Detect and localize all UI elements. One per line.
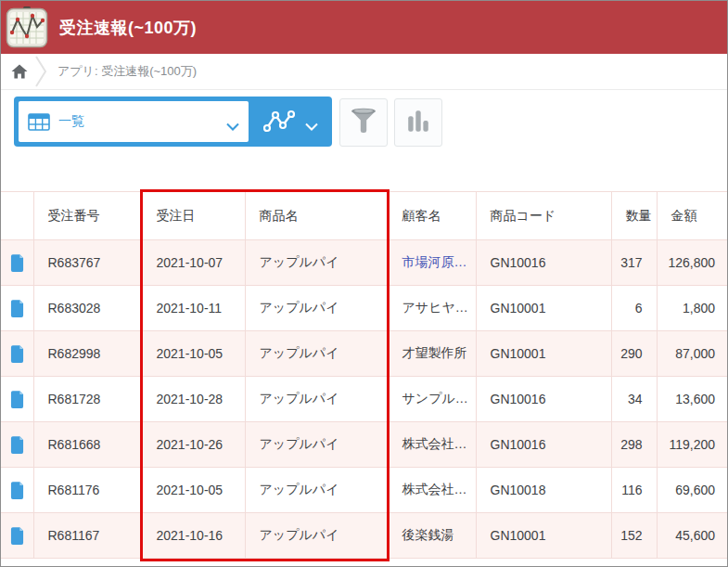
filter-button[interactable] (339, 98, 388, 147)
graph-button[interactable] (394, 98, 442, 147)
cell-product-name: アップルパイ (245, 468, 388, 513)
cell-quantity: 298 (611, 422, 657, 468)
cell-product-name: アップルパイ (245, 240, 388, 286)
home-icon[interactable] (11, 64, 28, 79)
cell-amount: 13,600 (657, 377, 728, 422)
cell-customer-name: アサヒヤ… (388, 286, 476, 331)
order-table: 受注番号 受注日 商品名 顧客名 商品コード 数量 金額 R683767 202… (1, 191, 728, 559)
cell-product-code: GN10016 (476, 240, 611, 286)
cell-order-number: R681167 (33, 513, 142, 559)
cell-order-date: 2021-10-07 (142, 240, 245, 286)
cell-order-number: R683028 (33, 286, 142, 331)
cell-quantity: 317 (611, 240, 657, 286)
view-selector-label: 一覧 (58, 113, 84, 130)
header-amount[interactable]: 金額 (657, 192, 728, 240)
cell-order-number: R681176 (33, 468, 142, 513)
app-window: 受注速報(~100万) アプリ: 受注速報(~100万) (0, 0, 728, 567)
chevron-down-icon (305, 118, 318, 126)
line-chart-icon (263, 110, 295, 134)
cell-customer-name[interactable]: 市場河原… (388, 240, 476, 286)
cell-order-number: R682998 (33, 331, 142, 377)
header-quantity[interactable]: 数量 (611, 192, 657, 240)
view-dropdown[interactable]: 一覧 (19, 101, 249, 142)
cell-product-name: アップルパイ (245, 331, 388, 377)
cell-customer-name: 才望製作所 (388, 331, 476, 377)
breadcrumb: アプリ: 受注速報(~100万) (1, 54, 727, 90)
table-row: R681668 2021-10-26 アップルパイ 株式会社… GN10016 … (1, 422, 728, 468)
cell-quantity: 152 (611, 513, 657, 559)
cell-product-name: アップルパイ (245, 286, 388, 331)
cell-product-code: GN10001 (476, 331, 611, 377)
cell-amount: 87,000 (657, 331, 728, 377)
cell-customer-name: 後楽銭湯 (388, 513, 476, 559)
cell-quantity: 116 (611, 468, 657, 513)
cell-product-code: GN10018 (476, 468, 611, 513)
table-row: R683767 2021-10-07 アップルパイ 市場河原… GN10016 … (1, 240, 728, 286)
cell-order-date: 2021-10-05 (142, 468, 245, 513)
record-detail-icon[interactable] (10, 436, 24, 454)
header-order-number[interactable]: 受注番号 (33, 192, 142, 240)
cell-order-number: R681668 (33, 422, 142, 468)
cell-product-name: アップルパイ (245, 513, 388, 559)
cell-product-code: GN10016 (476, 422, 611, 468)
header-customer-name[interactable]: 顧客名 (388, 192, 476, 240)
cell-amount: 45,600 (657, 513, 728, 559)
table-row: R681728 2021-10-28 アップルパイ サンプル… GN10016 … (1, 377, 728, 422)
bar-chart-icon (405, 108, 431, 137)
cell-order-date: 2021-10-05 (142, 331, 245, 377)
record-detail-cell (1, 422, 33, 468)
chart-switcher-button[interactable] (249, 97, 332, 147)
header-product-code[interactable]: 商品コード (476, 192, 611, 240)
cell-product-code: GN10016 (476, 377, 611, 422)
record-detail-icon[interactable] (10, 527, 24, 545)
chevron-down-icon (226, 118, 239, 126)
header-product-name[interactable]: 商品名 (245, 192, 388, 240)
record-detail-icon[interactable] (10, 254, 24, 272)
cell-customer-name: 株式会社… (388, 422, 476, 468)
record-detail-icon[interactable] (10, 482, 24, 499)
cell-product-name: アップルパイ (245, 422, 388, 468)
table-row: R682998 2021-10-05 アップルパイ 才望製作所 GN10001 … (1, 331, 728, 377)
breadcrumb-label[interactable]: アプリ: 受注速報(~100万) (57, 63, 197, 80)
record-detail-cell (1, 377, 33, 422)
cell-order-date: 2021-10-28 (142, 377, 245, 422)
cell-amount: 126,800 (657, 240, 728, 286)
chevron-right-icon (33, 55, 48, 88)
cell-product-code: GN10001 (476, 286, 611, 331)
line-chart-app-icon (6, 6, 48, 49)
record-detail-cell (1, 286, 33, 331)
page-title: 受注速報(~100万) (59, 1, 197, 54)
cell-quantity: 290 (611, 331, 657, 377)
table-header-row: 受注番号 受注日 商品名 顧客名 商品コード 数量 金額 (1, 192, 728, 240)
record-detail-cell (1, 513, 33, 559)
cell-product-code: GN10001 (476, 513, 611, 559)
cell-order-number: R681728 (33, 377, 142, 422)
cell-customer-name: サンプル… (388, 377, 476, 422)
cell-customer-name: 株式会社… (388, 468, 476, 513)
cell-order-number: R683767 (33, 240, 142, 286)
app-header: 受注速報(~100万) (1, 1, 727, 54)
cell-order-date: 2021-10-26 (142, 422, 245, 468)
table-row: R681176 2021-10-05 アップルパイ 株式会社… GN10018 … (1, 468, 728, 513)
record-detail-icon[interactable] (10, 345, 24, 363)
record-detail-icon[interactable] (10, 300, 24, 317)
record-detail-cell (1, 240, 33, 286)
record-detail-icon[interactable] (10, 391, 24, 408)
cell-order-date: 2021-10-11 (142, 286, 245, 331)
funnel-icon (349, 106, 378, 139)
cell-order-date: 2021-10-16 (142, 513, 245, 559)
cell-quantity: 6 (611, 286, 657, 331)
cell-amount: 69,600 (657, 468, 728, 513)
header-record-icon-column (1, 192, 33, 240)
table-row: R681167 2021-10-16 アップルパイ 後楽銭湯 GN10001 1… (1, 513, 728, 559)
record-detail-cell (1, 331, 33, 377)
view-selector: 一覧 (14, 97, 332, 147)
toolbar: 一覧 (14, 97, 442, 147)
record-detail-cell (1, 468, 33, 513)
cell-product-name: アップルパイ (245, 377, 388, 422)
cell-amount: 119,200 (657, 422, 728, 468)
cell-quantity: 34 (611, 377, 657, 422)
table-row: R683028 2021-10-11 アップルパイ アサヒヤ… GN10001 … (1, 286, 728, 331)
table-view-icon (28, 113, 50, 131)
header-order-date[interactable]: 受注日 (142, 192, 245, 240)
